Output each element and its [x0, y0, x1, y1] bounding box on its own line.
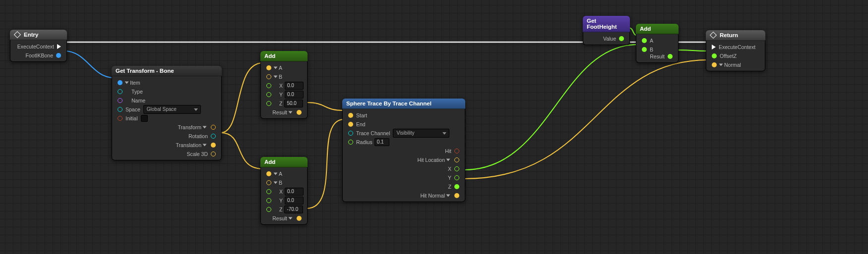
float-pin-icon [266, 101, 271, 106]
expand-icon [446, 195, 450, 197]
float-pin-icon [266, 198, 271, 203]
pin-item[interactable]: Item [115, 78, 219, 87]
pin-foot-ik-bone[interactable]: FootIKBone [13, 51, 64, 60]
pin-trace-channel[interactable]: Trace Channel Visibility [345, 129, 462, 138]
pin-result[interactable]: Result [639, 52, 676, 61]
pin-a[interactable]: A [263, 169, 305, 178]
pin-type[interactable]: Type [115, 87, 219, 96]
rotator-pin-icon [211, 134, 216, 139]
vector-pin-icon [454, 157, 459, 162]
float-pin-icon [266, 189, 271, 194]
pin-space[interactable]: Space Global Space [115, 105, 219, 114]
node-header: Get FootHeight [583, 16, 630, 32]
z-field[interactable]: 50.0 [284, 100, 303, 107]
pin-b-z[interactable]: Z -70.0 [263, 205, 305, 214]
node-header: Get Transform - Bone [112, 66, 222, 76]
float-pin-icon [642, 47, 647, 52]
node-get-foot-height[interactable]: Get FootHeight Value [583, 16, 630, 45]
float-pin-icon [454, 175, 459, 180]
node-header: Add [260, 51, 308, 61]
node-return[interactable]: Return ExecuteContext OffsetZ Normal [706, 30, 765, 71]
struct-pin-icon [118, 80, 123, 85]
exec-pin-icon [57, 44, 61, 49]
pin-name[interactable]: Name [115, 96, 219, 105]
pin-value[interactable]: Value [586, 34, 627, 43]
vector-pin-icon [211, 143, 216, 148]
pin-hit[interactable]: Hit [345, 147, 462, 155]
expand-icon [289, 217, 293, 220]
pin-b-x[interactable]: X 0.0 [263, 187, 305, 196]
pin-result[interactable]: Result [263, 214, 305, 223]
node-sphere-trace[interactable]: Sphere Trace By Trace Channel Start End … [342, 99, 465, 202]
y-field[interactable]: 0.0 [285, 91, 304, 99]
pin-execute-context[interactable]: ExecuteContext [709, 43, 762, 51]
expand-icon [203, 144, 207, 147]
pin-start[interactable]: Start [345, 111, 462, 120]
pin-result[interactable]: Result [263, 108, 305, 117]
pin-hit-z[interactable]: Z [345, 182, 462, 191]
expand-icon [203, 126, 207, 129]
initial-checkbox[interactable] [141, 115, 148, 122]
exec-pin-icon [712, 45, 716, 50]
pin-initial[interactable]: Initial [115, 114, 219, 123]
node-header: Return [706, 30, 765, 41]
radius-field[interactable]: 0.1 [374, 138, 389, 146]
float-pin-icon [642, 38, 647, 43]
transform-pin-icon [211, 125, 216, 130]
pin-offset-z[interactable]: OffsetZ [709, 51, 762, 60]
vector-pin-icon [266, 171, 271, 176]
pin-b-z[interactable]: Z 50.0 [263, 99, 305, 108]
pin-hit-y[interactable]: Y [345, 173, 462, 182]
pin-b-x[interactable]: X 0.0 [263, 81, 305, 90]
pin-normal[interactable]: Normal [709, 60, 762, 69]
float-pin-icon [619, 36, 624, 41]
name-pin-icon [118, 98, 123, 103]
pin-hit-x[interactable]: X [345, 164, 462, 173]
entry-icon [14, 31, 21, 38]
vector-pin-icon [266, 74, 271, 79]
vector-pin-icon [297, 216, 302, 221]
y-field[interactable]: 0.0 [285, 197, 304, 204]
vector-pin-icon [348, 122, 353, 127]
x-field[interactable]: 0.0 [285, 82, 304, 90]
vector-pin-icon [266, 65, 271, 70]
pin-hit-location[interactable]: Hit Location [345, 155, 462, 164]
expand-icon [274, 67, 278, 69]
node-add-top[interactable]: Add A B X 0.0 Y 0.0 Z 50.0 Result [260, 51, 308, 119]
enum-pin-icon [118, 89, 123, 94]
pin-translation[interactable]: Translation [115, 141, 219, 150]
trace-channel-select[interactable]: Visibility [393, 129, 449, 138]
pin-b-y[interactable]: Y 0.0 [263, 196, 305, 205]
pin-b-y[interactable]: Y 0.0 [263, 90, 305, 99]
pin-b[interactable]: B [263, 72, 305, 81]
node-header: Add [636, 24, 679, 34]
expand-icon [289, 111, 293, 114]
pin-end[interactable]: End [345, 120, 462, 129]
pin-b[interactable]: B [263, 178, 305, 187]
z-field[interactable]: -70.0 [284, 205, 303, 213]
float-pin-icon [668, 54, 673, 59]
pin-rotation[interactable]: Rotation [115, 132, 219, 141]
pin-transform[interactable]: Transform [115, 123, 219, 132]
space-select[interactable]: Global Space [143, 105, 201, 114]
node-title: Add [264, 159, 275, 165]
node-add-right[interactable]: Add A B Result [636, 24, 679, 63]
pin-a[interactable]: A [263, 63, 305, 72]
pin-scale3d[interactable]: Scale 3D [115, 150, 219, 158]
pin-a[interactable]: A [639, 36, 676, 45]
node-title: Add [640, 26, 651, 32]
node-title: Return [720, 32, 738, 38]
pin-execute-context[interactable]: ExecuteContext [13, 42, 64, 51]
node-get-transform-bone[interactable]: Get Transform - Bone Item Type Name Spac… [112, 66, 222, 160]
node-add-bottom[interactable]: Add A B X 0.0 Y 0.0 Z -70.0 Result [260, 157, 308, 225]
expand-icon [446, 159, 450, 161]
pin-radius[interactable]: Radius 0.1 [345, 138, 462, 147]
node-title: Add [264, 53, 275, 59]
x-field[interactable]: 0.0 [285, 188, 304, 196]
node-entry[interactable]: Entry ExecuteContext FootIKBone [10, 30, 67, 62]
expand-icon [125, 82, 129, 84]
expand-icon [274, 173, 278, 175]
enum-pin-icon [118, 107, 123, 112]
float-pin-icon [266, 92, 271, 97]
pin-hit-normal[interactable]: Hit Normal [345, 191, 462, 200]
